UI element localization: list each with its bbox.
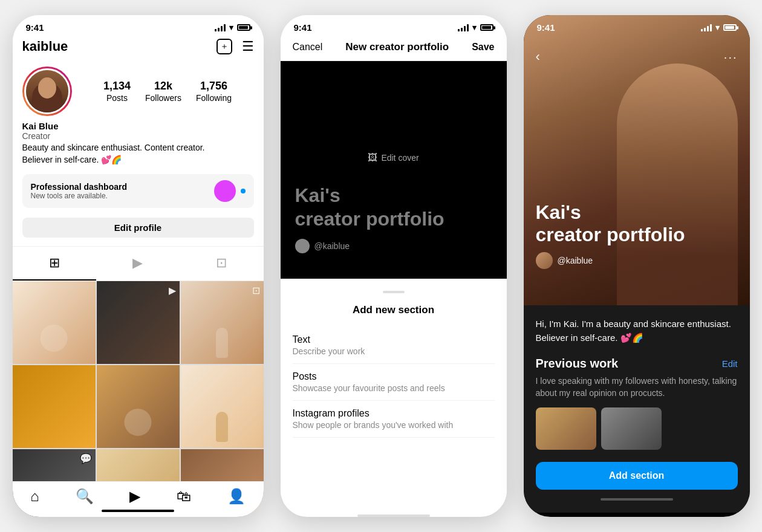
cancel-button[interactable]: Cancel <box>293 42 323 53</box>
posts-stat: 1,134 Posts <box>103 80 131 103</box>
section-instagram-profiles[interactable]: Instagram profiles Show people or brands… <box>293 401 495 438</box>
phone-screen-1: 9:41 ▾ kaiblue ＋ ☰ <box>13 15 264 517</box>
following-label: Following <box>196 93 232 103</box>
bio-role: Creator <box>22 131 254 141</box>
home-indicator-2 <box>357 514 430 517</box>
stats-row: 1,134 Posts 12k Followers 1,756 Followin… <box>22 66 254 116</box>
section-posts[interactable]: Posts Showcase your favourite posts and … <box>293 364 495 401</box>
grid-cell-1[interactable] <box>13 281 96 364</box>
edit-cover-icon: 🖼 <box>368 152 377 163</box>
grid-cell-2[interactable]: ▶ <box>97 281 180 364</box>
thumbnail-2[interactable] <box>601 407 662 450</box>
edit-section-button[interactable]: Edit <box>722 358 738 369</box>
pro-dashboard-circle <box>214 180 236 202</box>
followers-count: 12k <box>145 80 181 92</box>
profile-username: kaiblue <box>22 39 68 54</box>
sheet-handle <box>383 291 405 293</box>
hero-avatar <box>536 252 553 269</box>
section-profiles-name: Instagram profiles <box>293 408 495 419</box>
add-section-sheet: Add new section Text Describe your work … <box>281 279 507 505</box>
pro-dashboard-text: Professional dashboard New tools are ava… <box>31 182 214 200</box>
status-time-1: 9:41 <box>26 22 44 33</box>
more-button[interactable]: ··· <box>724 50 738 64</box>
portfolio-preview-user: @kaiblue <box>295 239 350 253</box>
nav-home-icon[interactable]: ⌂ <box>30 488 39 505</box>
status-icons-3: ▾ <box>701 23 737 32</box>
signal-icon-1 <box>215 24 226 31</box>
status-icons-2: ▾ <box>458 23 493 32</box>
cover-area[interactable]: 🖼 Edit cover Kai'screator portfolio @kai… <box>281 61 507 279</box>
pro-dashboard[interactable]: Professional dashboard New tools are ava… <box>22 174 254 208</box>
section-posts-desc: Showcase your favourite posts and reels <box>293 383 495 393</box>
nav-reels-icon[interactable]: ▶ <box>129 488 140 505</box>
work-thumbnails <box>536 407 738 450</box>
status-icons-1: ▾ <box>215 23 250 32</box>
hero-section: ‹ ··· Kai'screator portfolio @kaiblue <box>524 15 750 305</box>
home-indicator-3 <box>601 498 673 501</box>
portfolio-preview-username: @kaiblue <box>314 241 350 251</box>
menu-icon[interactable]: ☰ <box>242 40 254 53</box>
profile-tabs: ⊞ ▶ ⊡ <box>13 246 264 281</box>
grid-cell-4[interactable] <box>13 365 96 448</box>
save-button[interactable]: Save <box>472 42 494 53</box>
edit-cover-button[interactable]: 🖼 Edit cover <box>368 152 418 163</box>
phone-screen-3: 9:41 ▾ <box>524 15 750 517</box>
section-text-desc: Describe your work <box>293 346 495 356</box>
header-icons: ＋ ☰ <box>217 39 254 54</box>
portfolio-bio: Hi, I'm Kai. I'm a beauty and skincare e… <box>536 317 738 345</box>
bio-name: Kai Blue <box>22 121 254 131</box>
status-time-3: 9:41 <box>537 22 555 33</box>
avatar <box>24 68 70 114</box>
section-title: Previous work <box>536 357 619 371</box>
chat-icon: 💬 <box>80 453 92 464</box>
battery-icon-2 <box>480 24 493 31</box>
hero-user-row: @kaiblue <box>536 252 685 269</box>
status-bar-2: 9:41 ▾ <box>281 15 507 35</box>
signal-icon-2 <box>458 24 469 31</box>
grid-cell-5[interactable] <box>97 365 180 448</box>
status-bar-1: 9:41 ▾ <box>13 15 264 35</box>
phone-screen-2: 9:41 ▾ Cancel New creator portfolio Save <box>281 15 507 517</box>
wifi-icon-2: ▾ <box>472 23 477 32</box>
status-bar-3: 9:41 ▾ <box>524 15 750 35</box>
profile-section: 1,134 Posts 12k Followers 1,756 Followin… <box>13 60 264 246</box>
sheet-title: Add new section <box>293 304 495 316</box>
signal-icon-3 <box>701 24 712 31</box>
stats-container: 1,134 Posts 12k Followers 1,756 Followin… <box>82 80 254 103</box>
pro-dashboard-dot <box>241 189 246 193</box>
posts-count: 1,134 <box>103 80 131 92</box>
battery-icon-1 <box>237 24 250 31</box>
photo-icon: ⊡ <box>252 285 260 296</box>
portfolio-preview: 9:41 ▾ <box>524 15 750 517</box>
hero-handle: @kaiblue <box>558 256 593 265</box>
grid-cell-3[interactable]: ⊡ <box>181 281 264 364</box>
following-stat[interactable]: 1,756 Following <box>196 80 232 103</box>
portfolio-top-bar: Cancel New creator portfolio Save <box>281 35 507 61</box>
nav-search-icon[interactable]: 🔍 <box>76 488 94 505</box>
battery-icon-3 <box>723 24 737 31</box>
section-text[interactable]: Text Describe your work <box>293 327 495 364</box>
tab-grid[interactable]: ⊞ <box>13 247 96 281</box>
section-profiles-desc: Show people or brands you've worked with <box>293 420 495 430</box>
profile-header: kaiblue ＋ ☰ <box>13 35 264 60</box>
bio-text: Beauty and skincare enthusiast. Content … <box>22 142 254 166</box>
add-post-icon[interactable]: ＋ <box>217 39 232 54</box>
hero-portfolio-title: Kai'screator portfolio <box>536 201 685 246</box>
section-description: I love speaking with my followers with h… <box>536 375 738 399</box>
back-button[interactable]: ‹ <box>536 49 540 65</box>
grid-cell-6[interactable] <box>181 365 264 448</box>
followers-stat[interactable]: 12k Followers <box>145 80 181 103</box>
status-time-2: 9:41 <box>294 22 312 33</box>
tab-tagged[interactable]: ⊡ <box>180 247 263 281</box>
portfolio-content: Hi, I'm Kai. I'm a beauty and skincare e… <box>524 305 750 513</box>
nav-shop-icon[interactable]: 🛍 <box>177 488 191 505</box>
edit-profile-button[interactable]: Edit profile <box>22 218 254 238</box>
section-posts-name: Posts <box>293 371 495 382</box>
portfolio-title-header: New creator portfolio <box>345 41 449 53</box>
tab-reels[interactable]: ▶ <box>96 247 180 281</box>
portfolio-preview-title: Kai'screator portfolio <box>295 184 444 230</box>
thumbnail-1[interactable] <box>536 407 596 450</box>
add-section-button[interactable]: Add section <box>536 462 738 490</box>
nav-profile-icon[interactable]: 👤 <box>227 488 246 505</box>
followers-label: Followers <box>145 93 181 103</box>
